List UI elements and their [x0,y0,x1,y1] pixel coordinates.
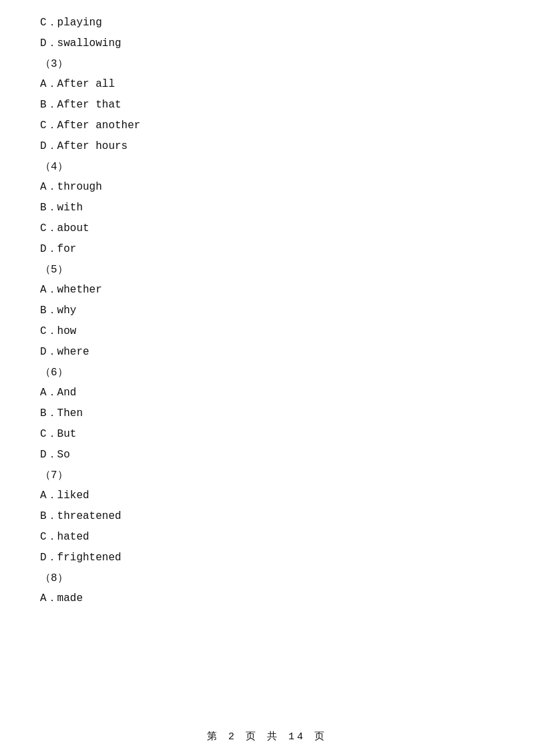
text-line-d3a: D．After hours [40,137,494,156]
text-line-a5: A．whether [40,280,494,300]
footer-text: 第 2 页 共 14 页 [207,731,327,743]
text-line-a7: A．liked [40,486,494,506]
text-line-sec8: （8） [40,569,494,588]
text-line-d5: D．where [40,343,494,362]
text-line-sec6: （6） [40,363,494,383]
text-line-c4: C．about [40,219,494,238]
text-line-b4: B．with [40,198,494,218]
text-line-d4: D．for [40,240,494,259]
text-line-sec3: （3） [40,55,494,74]
text-line-d3: D．swallowing [40,34,494,53]
text-line-sec7: （7） [40,466,494,486]
text-line-a8: A．made [40,589,494,608]
text-line-b5: B．why [40,301,494,321]
text-line-sec5: （5） [40,260,494,280]
text-line-b7: B．threatened [40,507,494,526]
text-line-b3: B．After that [40,96,494,115]
text-line-c5: C．how [40,322,494,341]
text-line-a3a: A．After all [40,75,494,94]
text-line-sec4: （4） [40,158,494,177]
text-line-a6: A．And [40,383,494,403]
text-line-a4: A．through [40,178,494,197]
text-line-c6: C．But [40,425,494,444]
text-line-d7: D．frightened [40,548,494,568]
page-footer: 第 2 页 共 14 页 [0,730,534,743]
text-line-c7: C．hated [40,528,494,547]
text-line-c3: C．playing [40,13,494,33]
text-line-c3a: C．After another [40,116,494,136]
text-line-b6: B．Then [40,404,494,423]
text-line-d6: D．So [40,445,494,465]
page-content: C．playingD．swallowing（3）A．After allB．Aft… [0,0,534,650]
